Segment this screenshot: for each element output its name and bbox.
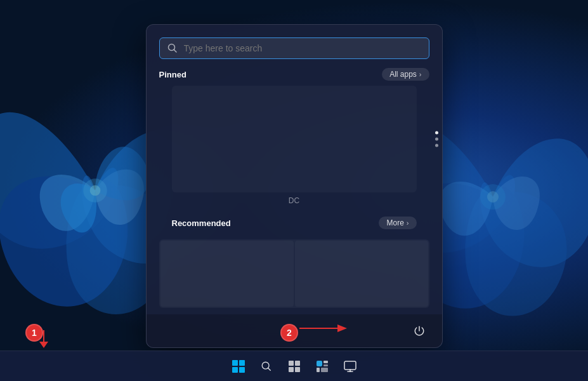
rec-item-2 [295, 241, 428, 307]
svg-line-5 [174, 50, 176, 53]
pinned-title: Pinned [159, 70, 186, 79]
annotation-badge-2: 2 [280, 324, 298, 342]
chevron-right-more-icon: › [407, 219, 409, 227]
scroll-dot-2 [435, 138, 438, 141]
svg-rect-8 [232, 367, 238, 373]
taskbar-store-button[interactable] [337, 354, 363, 379]
all-apps-label: All apps [389, 70, 417, 79]
taskbar-task-view-button[interactable] [282, 354, 307, 379]
pinned-grid [172, 86, 417, 192]
store-icon [344, 360, 356, 373]
recommended-title: Recommended [172, 218, 231, 228]
search-bar[interactable] [159, 37, 429, 59]
scroll-dot-3 [435, 144, 438, 147]
badge-2-label: 2 [287, 328, 292, 338]
svg-point-1 [90, 185, 101, 196]
svg-rect-21 [344, 361, 356, 370]
taskbar-search-button[interactable] [254, 354, 279, 379]
svg-rect-7 [239, 360, 245, 366]
svg-rect-16 [317, 361, 322, 366]
svg-line-11 [268, 368, 270, 370]
windows-logo-icon [232, 359, 245, 373]
search-icon [167, 43, 178, 53]
svg-rect-15 [295, 367, 300, 372]
svg-rect-14 [289, 367, 294, 372]
dc-label: DC [147, 192, 442, 208]
recommended-header: Recommended More › [159, 208, 429, 234]
annotation-arrow-2 [299, 322, 350, 335]
more-label: More [386, 218, 403, 227]
rec-item-1 [160, 241, 294, 307]
svg-marker-27 [337, 324, 347, 332]
svg-rect-17 [323, 361, 328, 363]
pinned-header: Pinned All apps › [147, 59, 442, 86]
svg-point-3 [487, 191, 499, 203]
power-icon [414, 325, 425, 337]
svg-marker-25 [39, 342, 48, 348]
svg-rect-18 [323, 364, 328, 366]
scroll-dot-1 [435, 131, 438, 135]
more-button[interactable]: More › [379, 217, 416, 229]
search-input[interactable] [184, 43, 421, 53]
taskbar-search-icon [261, 361, 272, 372]
task-view-icon [288, 360, 301, 373]
svg-rect-9 [239, 367, 245, 373]
taskbar-start-button[interactable] [226, 354, 251, 379]
chevron-right-icon: › [419, 70, 422, 78]
all-apps-button[interactable]: All apps › [382, 68, 429, 81]
power-button[interactable] [409, 321, 429, 341]
taskbar [0, 351, 588, 381]
annotation-arrow-1 [34, 330, 53, 349]
svg-rect-12 [289, 361, 294, 366]
taskbar-widgets-button[interactable] [310, 354, 335, 379]
svg-rect-20 [321, 368, 328, 372]
svg-rect-13 [295, 361, 300, 366]
recommended-grid [159, 239, 429, 308]
scroll-dots [435, 131, 438, 147]
svg-rect-6 [232, 360, 238, 366]
svg-rect-19 [317, 368, 320, 372]
start-menu: Pinned All apps › DC Recommended More › [146, 24, 443, 348]
widgets-icon [316, 360, 329, 373]
